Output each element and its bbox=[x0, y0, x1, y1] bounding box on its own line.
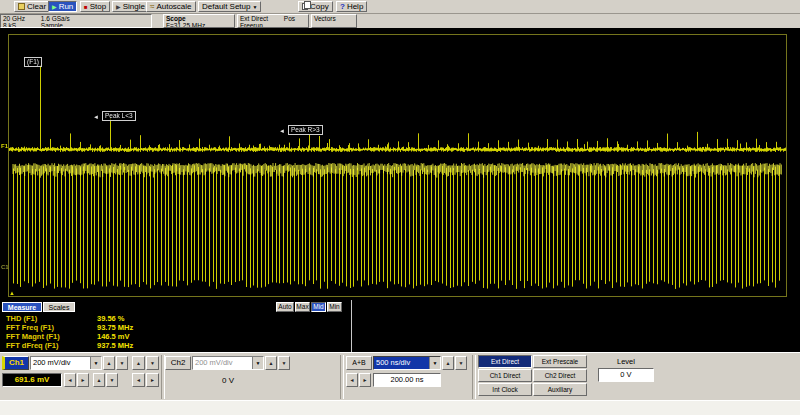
ch2-button[interactable]: Ch2 bbox=[165, 356, 191, 370]
c1-axis-label: C1 bbox=[1, 264, 9, 270]
measure-row-value: 146.5 mV bbox=[97, 332, 130, 341]
clear-label: Clear bbox=[27, 2, 46, 11]
chevron-down-icon: ▼ bbox=[252, 4, 257, 10]
clear-button[interactable]: Clear bbox=[14, 1, 50, 12]
status-row: 20 GHz 1.6 GSa/s 8 kS Sample Scope F=31.… bbox=[0, 14, 800, 28]
measure-row-value: 39.56 % bbox=[97, 314, 125, 323]
chevron-down-icon: ▼ bbox=[90, 357, 101, 369]
ch1-fine-down-button[interactable]: ▼ bbox=[146, 356, 159, 370]
default-setup-button[interactable]: Default Setup ▼ bbox=[198, 1, 261, 12]
stop-button[interactable]: ■ Stop bbox=[80, 1, 110, 12]
ch1-button[interactable]: Ch1 bbox=[2, 356, 29, 370]
trigger-auxiliary-button[interactable]: Auxiliary bbox=[533, 383, 587, 396]
display-style-value: Vectors bbox=[314, 15, 354, 22]
bottom-strip bbox=[0, 400, 800, 415]
single-button[interactable]: ▶ Single bbox=[112, 1, 149, 12]
chevron-down-icon: ▼ bbox=[429, 357, 440, 369]
scope-status-title: Scope bbox=[166, 15, 232, 22]
trigger-ch1-direct-button[interactable]: Ch1 Direct bbox=[478, 369, 532, 382]
acquisition-info-box: 20 GHz 1.6 GSa/s 8 kS Sample bbox=[0, 14, 152, 28]
display-max-button[interactable]: Max bbox=[295, 302, 310, 312]
measure-row-label: FFT dFreq (F1) bbox=[6, 341, 59, 350]
ch1-scale-dropdown[interactable]: 200 mV/div ▼ bbox=[30, 356, 102, 370]
copy-label: Copy bbox=[310, 2, 329, 11]
autoscale-label: Autoscale bbox=[156, 2, 191, 11]
trigger-source-value: Ext Direct bbox=[240, 15, 282, 22]
run-icon: ▶ bbox=[52, 4, 57, 10]
ch2-offset-value: 0 V bbox=[192, 376, 264, 385]
ch1-fine-up-button[interactable]: ▲ bbox=[132, 356, 145, 370]
ch1-fine-left-button[interactable]: ◄ bbox=[132, 373, 145, 387]
peak-right-arrow-icon: ◄ bbox=[279, 128, 285, 134]
measure-row-label: THD (F1) bbox=[6, 314, 37, 323]
ch1-offset-display[interactable]: 691.6 mV bbox=[2, 373, 62, 387]
timebase-mode-button[interactable]: A+B bbox=[346, 356, 372, 370]
tab-measure[interactable]: Measure bbox=[2, 302, 42, 312]
trigger-ch2-direct-button[interactable]: Ch2 Direct bbox=[533, 369, 587, 382]
ch2-scale-down-button[interactable]: ▼ bbox=[278, 356, 290, 370]
ch2-scale-value: 200 mV/div bbox=[193, 357, 252, 369]
timebase-up-button[interactable]: ▲ bbox=[442, 356, 454, 370]
oscilloscope-app: Clear ▶ Run ■ Stop ▶ Single ≈ Autoscale … bbox=[0, 0, 800, 415]
ch2-scale-dropdown[interactable]: 200 mV/div ▼ bbox=[192, 356, 264, 370]
ch1-scale-up-button[interactable]: ▲ bbox=[103, 356, 115, 370]
autoscale-button[interactable]: ≈ Autoscale bbox=[146, 1, 196, 12]
measure-row-value: 93.75 MHz bbox=[97, 323, 133, 332]
trigger-ext-direct-button[interactable]: Ext Direct bbox=[478, 355, 532, 368]
copy-button[interactable]: Copy bbox=[298, 1, 333, 12]
peak-left-arrow-icon: ◄ bbox=[93, 114, 99, 120]
peak-left-marker[interactable]: Peak L<3 bbox=[102, 111, 136, 121]
toolbar: Clear ▶ Run ■ Stop ▶ Single ≈ Autoscale … bbox=[0, 0, 800, 14]
scope-status-box[interactable]: Scope F=31.25 MHz bbox=[163, 14, 235, 28]
ch1-fine-right-button[interactable]: ► bbox=[146, 373, 159, 387]
help-icon: ? bbox=[340, 4, 345, 10]
measure-row-value: 937.5 MHz bbox=[97, 341, 133, 350]
trigger-int-clock-button[interactable]: Int Clock bbox=[478, 383, 532, 396]
chevron-down-icon: ▼ bbox=[252, 357, 263, 369]
single-icon: ▶ bbox=[116, 4, 121, 10]
default-setup-label: Default Setup bbox=[202, 2, 250, 11]
f1-axis-label: F1 bbox=[1, 143, 8, 149]
trigger-ext-prescale-button[interactable]: Ext Prescale bbox=[533, 355, 587, 368]
separator bbox=[472, 355, 476, 399]
timebase-down-button[interactable]: ▼ bbox=[455, 356, 467, 370]
ch1-scale-down-button[interactable]: ▼ bbox=[116, 356, 128, 370]
trigger-level-label: Level bbox=[598, 357, 654, 366]
tab-scales[interactable]: Scales bbox=[43, 302, 75, 312]
stop-label: Stop bbox=[90, 2, 106, 11]
f1-trace-annotation: (F1) bbox=[24, 57, 42, 67]
trigger-position-icon[interactable]: ▲ bbox=[9, 290, 15, 296]
run-button[interactable]: ▶ Run bbox=[48, 1, 77, 12]
display-mid-button[interactable]: Mid bbox=[311, 302, 326, 312]
ch1-offset-down-button[interactable]: ▼ bbox=[106, 373, 118, 387]
timebase-scale-value: 500 ns/div bbox=[374, 357, 429, 369]
copy-icon bbox=[302, 3, 308, 10]
run-label: Run bbox=[59, 2, 74, 11]
trigger-status-box[interactable]: Ext Direct Pos Freerun bbox=[237, 14, 309, 28]
ch1-offset-up-button[interactable]: ▲ bbox=[93, 373, 105, 387]
ch1-scale-value: 200 mV/div bbox=[31, 357, 90, 369]
waveform-canvas[interactable] bbox=[9, 35, 786, 296]
separator bbox=[340, 355, 344, 399]
stop-icon: ■ bbox=[84, 4, 88, 10]
ch1-offset-left-button[interactable]: ◄ bbox=[64, 373, 76, 387]
peak-right-marker[interactable]: Peak R>3 bbox=[288, 125, 323, 135]
ch1-offset-right-button[interactable]: ► bbox=[77, 373, 89, 387]
ch2-scale-up-button[interactable]: ▲ bbox=[265, 356, 277, 370]
single-label: Single bbox=[123, 2, 145, 11]
autoscale-icon: ≈ bbox=[150, 4, 154, 10]
sample-rate-value: 1.6 GSa/s bbox=[41, 15, 70, 22]
display-auto-button[interactable]: Auto bbox=[276, 302, 294, 312]
measure-row-label: FFT Magnt (F1) bbox=[6, 332, 60, 341]
display-style-box[interactable]: Vectors bbox=[311, 14, 357, 28]
timebase-scale-dropdown[interactable]: 500 ns/div ▼ bbox=[373, 356, 441, 370]
measure-row-label: FFT Freq (F1) bbox=[6, 323, 54, 332]
help-button[interactable]: ? Help bbox=[336, 1, 367, 12]
delay-right-button[interactable]: ► bbox=[359, 373, 371, 387]
timebase-delay-display[interactable]: 200.00 ns bbox=[373, 373, 441, 387]
bandwidth-value: 20 GHz bbox=[3, 15, 39, 22]
delay-left-button[interactable]: ◄ bbox=[346, 373, 358, 387]
trigger-level-display[interactable]: 0 V bbox=[598, 368, 654, 382]
plot-area: (F1) ◄ Peak L<3 ◄ Peak R>3 F1 C1 ▲ bbox=[0, 28, 800, 300]
display-min-button[interactable]: Min bbox=[327, 302, 342, 312]
